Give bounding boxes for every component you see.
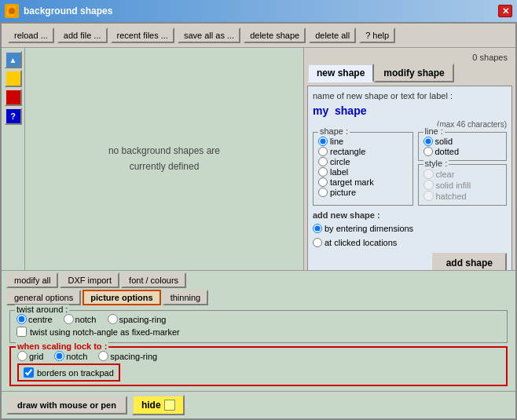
tab-font-colours[interactable]: font / colours xyxy=(121,272,186,288)
hide-button[interactable]: hide xyxy=(132,395,185,415)
shape-line-radio: line xyxy=(318,137,408,146)
canvas-area: no background shapes are currently defin… xyxy=(25,48,303,270)
bottom-tabs-top: modify all DXF import font / colours xyxy=(2,271,515,288)
shape-circle-radio: circle xyxy=(318,157,408,166)
right-panel: 0 shapes new shape modify shape name of … xyxy=(303,48,515,270)
bottom-section: modify all DXF import font / colours gen… xyxy=(2,270,515,418)
delete-all-button[interactable]: delete all xyxy=(309,27,356,43)
radio-rectangle[interactable] xyxy=(318,147,328,156)
radio-clear xyxy=(424,169,434,179)
sidebar-btn-red[interactable] xyxy=(5,89,22,106)
shape-group: shape : line rectangle circle xyxy=(313,132,413,206)
style-group: style : clear solid infill xyxy=(418,164,508,206)
radio-scaling-spacing-ring[interactable] xyxy=(98,351,108,361)
reload-button[interactable]: reload ... xyxy=(8,27,54,43)
canvas-empty-text-1: no background shapes are xyxy=(108,144,220,159)
radio-scaling-grid[interactable] xyxy=(17,351,28,361)
toolbar: reload ... add file ... recent files ...… xyxy=(2,24,515,48)
content-area: ▲ ? no background shapes are currently d… xyxy=(2,48,515,270)
radio-dotted[interactable] xyxy=(424,147,433,156)
panel-content: name of new shape or text for label : (m… xyxy=(307,86,512,270)
bottom-tabs-second: general options picture options thinning xyxy=(2,288,515,305)
scaling-group: when scaling lock to : grid notch spacin… xyxy=(9,346,508,386)
radio-twist-notch[interactable] xyxy=(64,314,74,324)
notch-angle-checkbox[interactable] xyxy=(16,327,27,337)
bottom-footer: draw with mouse or pen hide xyxy=(2,391,515,418)
hide-label: hide xyxy=(141,400,161,411)
twist-radios: centre notch spacing-ring xyxy=(16,314,500,324)
add-at-clicked: at clicked locations xyxy=(313,238,507,247)
radio-line[interactable] xyxy=(318,137,328,146)
save-all-button[interactable]: save all as ... xyxy=(178,27,240,43)
tab-modify-all[interactable]: modify all xyxy=(6,272,58,288)
sidebar-btn-question[interactable]: ? xyxy=(5,108,22,125)
delete-shape-button[interactable]: delete shape xyxy=(244,27,306,43)
radio-by-dimensions[interactable] xyxy=(313,224,322,233)
borders-label: borders on trackpad xyxy=(37,368,114,378)
tab-row: new shape modify shape xyxy=(307,64,512,82)
help-button[interactable]: ? help xyxy=(359,27,395,43)
shape-name-input[interactable] xyxy=(313,104,507,117)
recent-files-button[interactable]: recent files ... xyxy=(111,27,174,43)
sidebar-btn-up[interactable]: ▲ xyxy=(5,51,22,68)
style-hatched: hatched xyxy=(424,191,502,201)
add-by-dimensions: by entering dimensions xyxy=(313,224,507,233)
notch-angle-row: twist using notch-angle as fixed-marker xyxy=(16,327,500,337)
tab-thinning[interactable]: thinning xyxy=(163,290,209,305)
sidebar-btn-yellow[interactable] xyxy=(5,70,22,87)
tab-general-options[interactable]: general options xyxy=(6,290,81,305)
radio-circle[interactable] xyxy=(318,157,328,166)
left-sidebar: ▲ ? xyxy=(2,48,25,270)
notch-angle-label: twist using notch-angle as fixed-marker xyxy=(30,327,180,337)
radio-at-clicked[interactable] xyxy=(313,238,322,247)
scaling-radios: grid notch spacing-ring xyxy=(17,351,500,361)
app-icon xyxy=(5,4,19,18)
line-solid-radio: solid xyxy=(424,137,502,146)
shape-target-radio: target mark xyxy=(318,177,408,187)
shapes-count: 0 shapes xyxy=(307,51,512,64)
add-section-label: add new shape : xyxy=(313,210,507,220)
hide-checkbox[interactable] xyxy=(164,400,175,411)
tab-new-shape[interactable]: new shape xyxy=(307,64,374,82)
style-clear: clear xyxy=(424,169,502,179)
radio-twist-spacing-ring[interactable] xyxy=(108,314,118,324)
shape-rectangle-radio: rectangle xyxy=(318,147,408,156)
radio-target[interactable] xyxy=(318,177,328,187)
close-button[interactable]: ✕ xyxy=(498,5,512,17)
title-bar: background shapes ✕ xyxy=(0,0,517,22)
add-shape-button[interactable]: add shape xyxy=(432,253,507,270)
bottom-content: twist around : centre notch spacing-ring… xyxy=(2,305,515,391)
shape-group-title: shape : xyxy=(318,126,350,136)
window-title: background shapes xyxy=(24,5,493,16)
radio-solid-infill xyxy=(424,180,434,190)
tab-dxf-import[interactable]: DXF import xyxy=(60,272,119,288)
radio-twist-centre[interactable] xyxy=(16,314,27,324)
add-file-button[interactable]: add file ... xyxy=(57,27,108,43)
shape-line-cols: shape : line rectangle circle xyxy=(313,132,507,206)
style-solid-infill: solid infill xyxy=(424,180,502,190)
line-dotted-radio: dotted xyxy=(424,147,502,156)
twist-group: twist around : centre notch spacing-ring… xyxy=(9,310,508,343)
draw-button[interactable]: draw with mouse or pen xyxy=(6,396,127,415)
twist-group-title: twist around : xyxy=(15,305,69,314)
radio-scaling-notch[interactable] xyxy=(54,351,64,361)
tab-picture-options[interactable]: picture options xyxy=(82,290,160,305)
shape-picture-radio: picture xyxy=(318,188,408,197)
radio-label[interactable] xyxy=(318,167,328,177)
svg-point-4 xyxy=(9,8,15,14)
borders-checkbox[interactable] xyxy=(24,367,34,378)
radio-picture[interactable] xyxy=(318,188,328,197)
radio-hatched xyxy=(424,191,434,201)
radio-solid[interactable] xyxy=(424,137,433,146)
style-group-title: style : xyxy=(424,159,449,168)
line-group-title: line : xyxy=(424,126,445,136)
line-group: line : solid dotted xyxy=(418,132,508,161)
scaling-title: when scaling lock to : xyxy=(16,341,108,351)
main-window: reload ... add file ... recent files ...… xyxy=(0,22,517,420)
borders-group: borders on trackpad xyxy=(17,363,120,382)
canvas-empty-text-2: currently defined xyxy=(108,159,220,174)
name-label: name of new shape or text for label : xyxy=(313,91,507,100)
shape-label-radio: label xyxy=(318,167,408,177)
tab-modify-shape[interactable]: modify shape xyxy=(374,64,453,82)
